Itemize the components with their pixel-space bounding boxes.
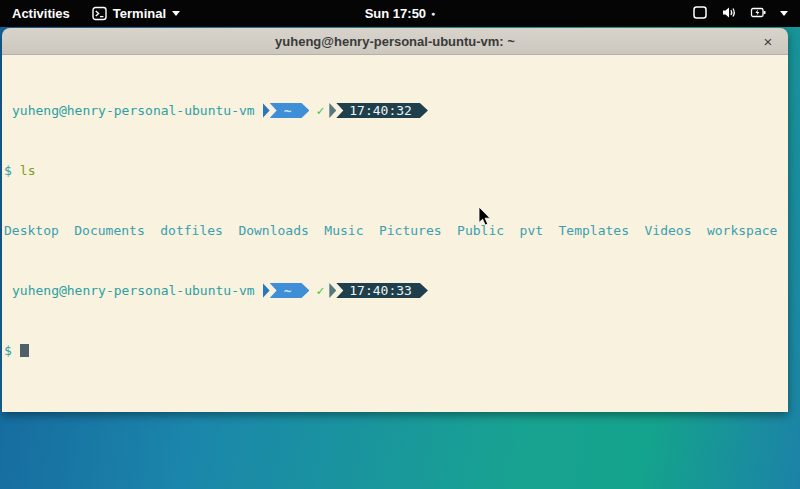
terminal-screen[interactable]: yuheng@henry-personal-ubuntu-vm ~ ✓ 17:4… <box>2 55 788 412</box>
display-icon <box>692 5 708 23</box>
clock-button[interactable]: Sun 17:50 ● <box>365 0 436 27</box>
terminal-window: yuheng@henry-personal-ubuntu-vm: ~ × yuh… <box>2 28 788 412</box>
notification-dot: ● <box>431 0 435 27</box>
powerline-cwd-segment: ~ <box>263 103 310 118</box>
powerline-time-segment: 17:40:32 <box>329 103 428 118</box>
prompt-symbol: $ <box>4 163 12 178</box>
prompt-symbol: $ <box>4 343 12 358</box>
chevron-down-icon <box>780 11 788 16</box>
terminal-app-icon <box>92 6 107 21</box>
command-line: $ <box>4 343 786 358</box>
directory-name: Videos <box>645 223 692 238</box>
ls-output: Desktop Documents dotfiles Downloads Mus… <box>4 223 786 238</box>
activities-button[interactable]: Activities <box>0 0 82 27</box>
powerline-arrow-icon <box>329 283 336 298</box>
directory-name: dotfiles <box>160 223 223 238</box>
top-bar: Activities Terminal Sun 17:50 ● <box>0 0 800 27</box>
command-text: ls <box>20 163 36 178</box>
system-status-menu[interactable] <box>680 0 800 27</box>
directory-name: Templates <box>559 223 629 238</box>
directory-name: Downloads <box>238 223 308 238</box>
prompt-user-host: yuheng@henry-personal-ubuntu-vm <box>12 103 255 118</box>
cwd-badge: ~ <box>270 283 310 298</box>
window-title: yuheng@henry-personal-ubuntu-vm: ~ <box>275 34 515 49</box>
directory-name: Desktop <box>4 223 59 238</box>
powerline-arrow-icon <box>263 103 270 118</box>
prompt-user-host: yuheng@henry-personal-ubuntu-vm <box>12 283 255 298</box>
app-menu-label: Terminal <box>113 6 166 21</box>
directory-name: Public <box>457 223 504 238</box>
directory-name: Pictures <box>379 223 442 238</box>
time-badge: 17:40:33 <box>336 283 428 298</box>
prompt-line: yuheng@henry-personal-ubuntu-vm ~ ✓ 17:4… <box>4 283 786 298</box>
powerline-arrow-icon <box>329 103 336 118</box>
cwd-badge: ~ <box>270 103 310 118</box>
command-line: $ ls <box>4 163 786 178</box>
directory-name: Music <box>324 223 363 238</box>
terminal-cursor <box>20 344 29 357</box>
clock-label: Sun 17:50 <box>365 6 426 21</box>
close-icon[interactable]: × <box>756 28 780 55</box>
app-menu-terminal[interactable]: Terminal <box>82 0 190 27</box>
powerline-cwd-segment: ~ <box>263 283 310 298</box>
powerline-arrow-icon <box>263 283 270 298</box>
time-badge: 17:40:32 <box>336 103 428 118</box>
window-titlebar[interactable]: yuheng@henry-personal-ubuntu-vm: ~ × <box>2 28 788 55</box>
activities-label: Activities <box>12 6 70 21</box>
success-check-icon: ✓ <box>316 103 324 118</box>
battery-charging-icon <box>750 5 767 23</box>
chevron-down-icon <box>172 11 180 16</box>
prompt-line: yuheng@henry-personal-ubuntu-vm ~ ✓ 17:4… <box>4 103 786 118</box>
success-check-icon: ✓ <box>316 283 324 298</box>
volume-icon <box>721 5 737 23</box>
directory-name: pvt <box>520 223 543 238</box>
directory-name: workspace <box>707 223 777 238</box>
directory-name: Documents <box>74 223 144 238</box>
powerline-time-segment: 17:40:33 <box>329 283 428 298</box>
